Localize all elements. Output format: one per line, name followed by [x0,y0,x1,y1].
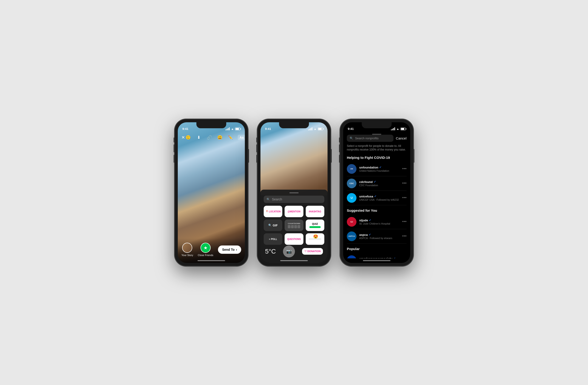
phones-container: 9:41 ▲ ✕ 🙂 [156,105,432,280]
close-friends-avatar: ★ [201,243,211,253]
sticker-donation[interactable]: ♡ DONATION [302,248,323,255]
sticker-bottom-bar: 5°C 📷 ♡ DONATION [260,246,328,257]
np-info-stjude: stjude ✓ St. Jude Children's Hospital [359,219,399,225]
sticker-location[interactable]: 📍 LOCATION [264,206,282,217]
np-name-aspca: aspca ✓ [359,233,399,237]
your-story-dest[interactable]: Your Story [181,243,193,256]
face-filter-icon[interactable]: 😃 [217,134,223,141]
sticker-mention[interactable]: @MENTION [285,206,303,217]
np-name-acs: americancancersociety ✓ [359,257,399,258]
temperature-display: 5°C [265,248,276,255]
verified-icon-cdcfound: ✓ [374,180,376,183]
section-title-suggested: Suggested for You [347,208,407,212]
story-bottom-bar: Your Story ★ Close Friends Send To › [178,238,245,263]
np-desc-unfoundation: United Nations Foundation [359,169,399,172]
more-icon-aspca[interactable]: ••• [402,234,407,239]
np-item-stjude[interactable]: SJ stjude ✓ St. Jude Children's Hospital… [347,215,407,229]
status-right-1: ▲ [226,127,240,131]
sticker-location-label: 📍 LOCATION [266,210,281,213]
battery-icon-3 [400,128,406,130]
home-indicator-2 [280,260,308,261]
close-friends-dest[interactable]: ★ Close Friends [198,243,213,256]
cd-box-4 [297,225,300,228]
cd-box-3 [294,225,297,228]
countdown-title: COUNTDOWN [288,223,300,225]
your-story-label: Your Story [181,254,193,256]
countdown-boxes [288,225,300,228]
screen-story: 9:41 ▲ ✕ 🙂 [178,122,245,263]
emoji-slider-track: 😍 [309,238,321,240]
wifi-icon-3: ▲ [397,127,399,131]
popular-list: American Cancer americancancersociety ✓ … [347,253,407,258]
np-info-unfoundation: unfoundation ✓ United Nations Foundation [359,166,399,172]
np-desc-unicef: UNICEF USA · Followed by lofti232 [359,198,399,201]
status-bar-2: 9:41 ▲ [260,122,328,132]
link-icon[interactable]: 🔗 [206,134,212,141]
sticker-mention-label: @MENTION [288,210,300,213]
time-display-3: 9:41 [348,127,354,131]
avatar-stjude: SJ [347,217,357,227]
np-item-unfoundation[interactable]: UN unfoundation ✓ United Nations Foundat… [347,162,407,176]
np-desc-cdcfound: CDC Foundation [359,184,399,187]
more-icon-cdcfound[interactable]: ••• [402,181,407,186]
signal-icon-3 [391,128,395,130]
cancel-button[interactable]: Cancel [396,136,407,140]
avatar-unicef: U [347,193,357,203]
download-icon[interactable]: ⬇ [195,134,202,141]
close-icon[interactable]: ✕ [181,134,185,141]
sticker-poll[interactable]: ≡ POLL [264,233,282,245]
camera-flip-button[interactable]: 📷 [283,246,295,257]
quiz-bar [309,226,321,228]
sticker-questions-label: QUESTIONS [287,238,301,240]
sticker-search-bar[interactable]: 🔍 Search [264,196,324,203]
text-tool-button[interactable]: Aa [238,135,245,140]
search-row: 🔍 Search nonprofits Cancel [347,135,407,142]
np-desc-stjude: St. Jude Children's Hospital [359,222,399,225]
sticker-emoji-slider[interactable]: 😍 [306,233,324,245]
np-info-aspca: aspca ✓ ASPCA · Followed by eloears [359,233,399,240]
sticker-countdown[interactable]: COUNTDOWN [285,220,303,231]
sticker-background-photo [260,122,328,195]
story-actions: Your Story ★ Close Friends Send To › [181,243,241,256]
np-info-cdcfound: cdcfound ✓ CDC Foundation [359,180,399,187]
np-info-unicef: unicefusa ✓ UNICEF USA · Followed by lof… [359,195,399,201]
more-icon-unfoundation[interactable]: ••• [402,166,407,171]
np-name-unicef: unicefusa ✓ [359,195,399,198]
covid-list: UN unfoundation ✓ United Nations Foundat… [347,162,407,205]
screen-nonprofit: 9:41 ▲ [343,122,410,263]
battery-icon-2 [318,128,323,130]
story-toolbar: ✕ 🙂 ⬇ 🔗 😃 ✏️ Aa [178,132,245,142]
status-right-3: ▲ [391,127,406,131]
phone-story: 9:41 ▲ ✕ 🙂 [175,119,248,266]
sticker-gif-label: GIF [273,224,278,227]
more-icon-unicef[interactable]: ••• [402,195,407,200]
home-indicator-1 [198,260,225,261]
phone-nonprofit: 9:41 ▲ [340,119,413,266]
nonprofit-search-bar[interactable]: 🔍 Search nonprofits [347,135,394,142]
status-bar-1: 9:41 ▲ [178,122,245,132]
cd-box-1 [288,225,291,228]
np-item-unicef[interactable]: U unicefusa ✓ UNICEF USA · Followed by l… [347,191,407,205]
quiz-label: QUIZ [312,223,318,225]
np-name-unfoundation: unfoundation ✓ [359,166,399,169]
your-story-avatar [182,243,192,253]
sticker-gif[interactable]: 🔍 GIF [264,220,282,231]
np-item-acs[interactable]: American Cancer americancancersociety ✓ … [347,253,407,258]
sticker-questions[interactable]: QUESTIONS [285,233,303,245]
more-icon-stjude[interactable]: ••• [402,219,407,224]
search-icon-sticker: 🔍 [266,198,270,201]
story-destinations: Your Story ★ Close Friends [181,243,213,256]
pen-icon[interactable]: ✏️ [227,134,233,141]
sticker-quiz[interactable]: QUIZ [306,220,324,231]
send-to-button[interactable]: Send To › [218,246,241,254]
avatar-unfoundation: UN [347,164,357,174]
verified-icon-stjude: ✓ [369,219,371,222]
more-icon-acs[interactable]: ••• [402,258,407,258]
sticker-hashtag[interactable]: #HASHTAG [306,206,324,217]
emoji-sticker-icon[interactable]: 🙂 [185,134,191,141]
np-item-aspca[interactable]: ASPCA aspca ✓ ASPCA · Followed by eloear… [347,229,407,244]
suggested-list: SJ stjude ✓ St. Jude Children's Hospital… [347,215,407,244]
avatar-aspca: ASPCA [347,231,357,241]
np-item-cdcfound[interactable]: CDC cdcfound ✓ CDC Foundation ••• [347,176,407,191]
time-display-1: 9:41 [182,127,188,131]
